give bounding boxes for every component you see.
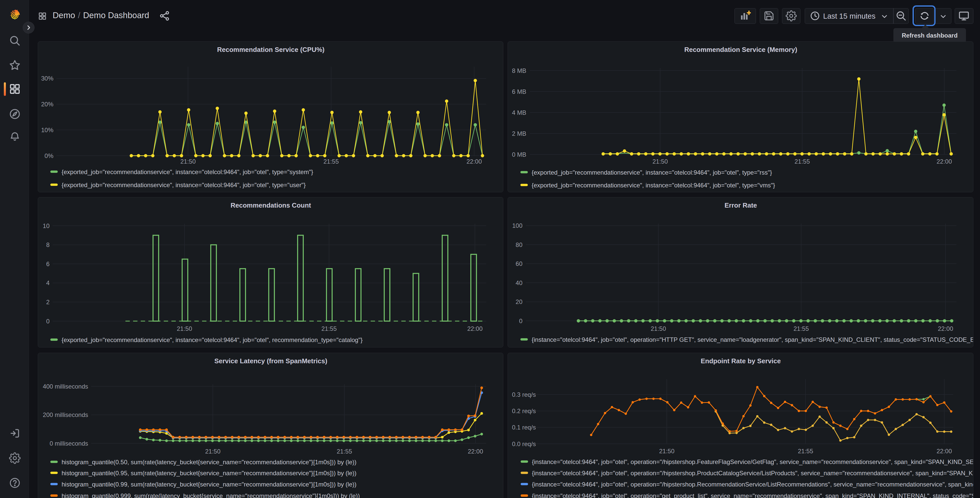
- svg-text:21:55: 21:55: [337, 448, 352, 455]
- svg-text:21:50: 21:50: [659, 448, 675, 455]
- svg-text:2: 2: [46, 298, 49, 305]
- svg-text:20: 20: [515, 298, 522, 305]
- svg-text:Service Latency (from SpanMetr: Service Latency (from SpanMetrics): [214, 357, 327, 365]
- svg-text:6: 6: [46, 260, 49, 267]
- svg-text:Recommendation Service (CPU%): Recommendation Service (CPU%): [217, 46, 325, 53]
- svg-text:0%: 0%: [45, 152, 53, 159]
- svg-text:21:50: 21:50: [177, 325, 192, 332]
- svg-text:{instance="otelcol:9464", job=: {instance="otelcol:9464", job="otel", op…: [532, 469, 974, 477]
- svg-text:21:55: 21:55: [321, 325, 337, 332]
- svg-text:400 milliseconds: 400 milliseconds: [43, 383, 88, 390]
- svg-text:20%: 20%: [41, 101, 53, 108]
- svg-text:{instance="otelcol:9464", job=: {instance="otelcol:9464", job="otel", op…: [532, 481, 974, 488]
- svg-text:22:00: 22:00: [937, 448, 952, 455]
- svg-text:Recommendations Count: Recommendations Count: [231, 201, 311, 209]
- svg-text:histogram_quantile(0.999, sum(: histogram_quantile(0.999, sum(rate(laten…: [62, 492, 360, 498]
- svg-text:{exported_job="recommendations: {exported_job="recommendationservice", i…: [62, 182, 305, 188]
- svg-text:{exported_job="recommendations: {exported_job="recommendationservice", i…: [62, 337, 363, 343]
- svg-text:Recommendation Service (Memory: Recommendation Service (Memory): [684, 46, 797, 53]
- svg-text:0: 0: [46, 318, 49, 325]
- svg-text:21:55: 21:55: [794, 325, 809, 332]
- svg-text:200 milliseconds: 200 milliseconds: [43, 411, 88, 418]
- svg-text:{exported_job="recommendations: {exported_job="recommendationservice", i…: [531, 182, 775, 189]
- svg-text:0.3 req/s: 0.3 req/s: [512, 391, 536, 398]
- svg-text:80: 80: [515, 241, 522, 248]
- svg-text:60: 60: [515, 260, 522, 267]
- svg-text:{instance="otelcol:9464", job=: {instance="otelcol:9464", job="otel", op…: [531, 336, 974, 343]
- svg-text:0 milliseconds: 0 milliseconds: [49, 440, 88, 447]
- svg-text:{exported_job="recommendations: {exported_job="recommendationservice", i…: [62, 168, 313, 176]
- svg-text:Error Rate: Error Rate: [724, 201, 757, 209]
- svg-text:22:00: 22:00: [467, 325, 483, 332]
- svg-text:histogram_quantile(0.99, sum(r: histogram_quantile(0.99, sum(rate(latenc…: [62, 481, 356, 488]
- svg-text:0.1 req/s: 0.1 req/s: [512, 424, 536, 431]
- svg-text:10%: 10%: [41, 126, 53, 134]
- svg-text:21:55: 21:55: [323, 158, 339, 165]
- svg-text:histogram_quantile(0.50, sum(r: histogram_quantile(0.50, sum(rate(latenc…: [62, 459, 356, 466]
- svg-text:21:50: 21:50: [205, 448, 221, 455]
- svg-text:4 MB: 4 MB: [512, 109, 526, 116]
- svg-text:2 MB: 2 MB: [512, 130, 526, 137]
- svg-text:22:00: 22:00: [937, 158, 952, 165]
- svg-text:0 MB: 0 MB: [512, 151, 526, 158]
- svg-text:6 MB: 6 MB: [512, 88, 526, 95]
- svg-text:30%: 30%: [41, 75, 53, 82]
- svg-text:40: 40: [515, 279, 522, 286]
- svg-text:22:00: 22:00: [468, 448, 483, 455]
- svg-text:21:50: 21:50: [652, 158, 668, 165]
- svg-text:21:50: 21:50: [651, 325, 666, 332]
- svg-text:0: 0: [519, 318, 522, 324]
- svg-text:{instance="otelcol:9464", job=: {instance="otelcol:9464", job="otel", op…: [532, 492, 974, 498]
- svg-text:0.2 req/s: 0.2 req/s: [512, 407, 536, 414]
- svg-text:10: 10: [43, 222, 49, 229]
- svg-text:22:00: 22:00: [938, 325, 953, 332]
- svg-text:21:50: 21:50: [180, 158, 196, 165]
- svg-text:8 MB: 8 MB: [512, 67, 526, 74]
- svg-text:22:00: 22:00: [466, 158, 482, 165]
- svg-text:0.0 req/s: 0.0 req/s: [512, 441, 536, 447]
- svg-text:21:55: 21:55: [798, 448, 813, 455]
- svg-text:{exported_job="recommendations: {exported_job="recommendationservice", i…: [531, 169, 772, 176]
- svg-text:Endpoint Rate by Service: Endpoint Rate by Service: [701, 357, 781, 365]
- svg-text:100: 100: [512, 222, 522, 229]
- svg-text:21:55: 21:55: [794, 158, 810, 165]
- svg-text:histogram_quantile(0.95, sum(r: histogram_quantile(0.95, sum(rate(latenc…: [62, 469, 356, 477]
- svg-text:{instance="otelcol:9464", job=: {instance="otelcol:9464", job="otel", op…: [532, 458, 974, 465]
- svg-text:8: 8: [46, 241, 49, 248]
- svg-text:4: 4: [46, 279, 49, 286]
